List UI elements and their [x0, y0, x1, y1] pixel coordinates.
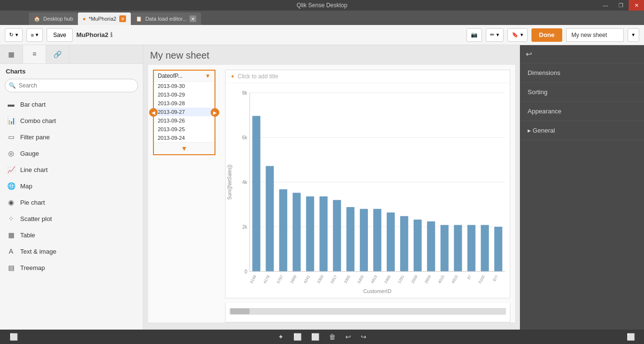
chart-label-line-chart: Line chart — [20, 166, 48, 173]
scrollbar-thumb[interactable] — [230, 308, 250, 314]
svg-rect-47 — [494, 227, 503, 271]
tab-muphoria-close[interactable]: ✕ — [119, 15, 126, 22]
tab-muphoria-label: *MuPhoria2 — [88, 16, 116, 22]
chart-label-table: Table — [20, 232, 35, 239]
chart-list: ▬ Bar chart 📊 Combo chart ▭ Filter pane … — [0, 96, 143, 330]
filter-list-item[interactable]: 2013-09-30 — [154, 82, 215, 90]
filter-next-btn[interactable]: ▶ — [211, 108, 219, 117]
minimize-btn[interactable]: — — [598, 0, 613, 11]
filter-list-item[interactable]: 2013-09-26 — [154, 116, 215, 125]
bottom-tool-3[interactable]: ⬜ — [311, 333, 319, 341]
right-panel-header: ↩ — [520, 45, 644, 63]
menu-dropdown-icon: ▾ — [36, 32, 38, 38]
svg-text:6k: 6k — [242, 135, 248, 140]
sheet-options-btn[interactable]: ▾ — [628, 28, 639, 42]
chart-item-filter-pane[interactable]: ▭ Filter pane — [0, 129, 143, 145]
svg-text:4915: 4915 — [451, 274, 459, 284]
tab-bar: 🏠 Desktop hub ● *MuPhoria2 ✕ 📋 Data load… — [0, 11, 644, 25]
bottom-undo-btn[interactable]: ↩ — [345, 333, 351, 341]
close-btn[interactable]: ✕ — [629, 0, 644, 11]
chart-item-line-chart[interactable]: 📈 Line chart — [0, 161, 143, 178]
refresh-btn[interactable]: ↻ ▾ — [5, 28, 23, 42]
sheet-title: My new sheet — [148, 50, 515, 61]
search-input[interactable] — [5, 79, 138, 92]
svg-rect-19 — [306, 197, 314, 271]
chart-icon-map: 🌐 — [7, 182, 15, 190]
tab-dataload-close[interactable]: ✕ — [189, 15, 196, 22]
chart-icon-bar-chart: ▬ — [7, 100, 15, 109]
svg-text:977: 977 — [492, 274, 499, 283]
chart-icon-text-image: A — [7, 247, 15, 256]
bottom-tool-2[interactable]: ⬜ — [293, 333, 302, 341]
svg-text:3369: 3369 — [316, 274, 325, 284]
bookmark-dropdown-icon: ▾ — [520, 32, 523, 38]
edit-dropdown-icon: ▾ — [496, 32, 499, 38]
chart-item-table[interactable]: ▦ Table — [0, 227, 143, 243]
svg-rect-37 — [427, 221, 435, 271]
filter-list-item[interactable]: 2013-09-25 — [154, 125, 215, 134]
camera-btn[interactable]: 📷 — [467, 28, 482, 42]
chart-scrollbar[interactable] — [225, 303, 510, 322]
panel-tab-list[interactable]: ≡ — [23, 45, 46, 63]
search-box: 🔍 — [5, 79, 138, 92]
chart-item-treemap[interactable]: ▤ Treemap — [0, 259, 143, 276]
info-icon[interactable]: ℹ — [110, 31, 113, 38]
tab-hub[interactable]: 🏠 Desktop hub — [29, 12, 78, 25]
tab-muphoria[interactable]: ● *MuPhoria2 ✕ — [78, 12, 131, 25]
center-content: My new sheet DateofP... ▼ 2013-09-302013… — [143, 45, 520, 330]
chart-label-scatter-plot: Scatter plot — [20, 215, 52, 222]
panel-tab-link[interactable]: 🔗 — [46, 45, 69, 63]
chart-item-pie-chart[interactable]: ◉ Pie chart — [0, 194, 143, 210]
chart-item-text-image[interactable]: A Text & image — [0, 243, 143, 259]
restore-btn[interactable]: ❐ — [613, 0, 629, 11]
bottom-toolbar: ⬜ ✦ ⬜ ⬜ 🗑 ↩ ↪ ⬜ — [0, 330, 644, 344]
filter-list-item[interactable]: 2013-09-27 — [154, 108, 215, 116]
panel-tab-charts[interactable]: ▦ — [0, 45, 23, 63]
sheet-name-display: My new sheet — [566, 28, 624, 42]
svg-rect-17 — [292, 193, 301, 271]
chart-item-map[interactable]: 🌐 Map — [0, 178, 143, 194]
svg-text:4178: 4178 — [263, 274, 271, 284]
right-panel-appearance[interactable]: Appearance — [520, 102, 644, 121]
toolbar-right: 📷 ✏ ▾ 🔖 ▾ Done My new sheet ▾ — [467, 28, 640, 42]
chart-icon-combo-chart: 📊 — [7, 116, 15, 125]
chart-item-combo-chart[interactable]: 📊 Combo chart — [0, 112, 143, 129]
tab-dataload[interactable]: 📋 Data load editor... ✕ — [131, 12, 201, 25]
chart-item-bar-chart[interactable]: ▬ Bar chart — [0, 96, 143, 112]
filter-list-item[interactable]: 2013-09-28 — [154, 99, 215, 108]
chart-item-scatter-plot[interactable]: ⁘ Scatter plot — [0, 210, 143, 227]
bottom-redo-btn[interactable]: ↪ — [361, 333, 366, 341]
done-button[interactable]: Done — [531, 28, 563, 42]
edit-btn[interactable]: ✏ ▾ — [486, 28, 504, 42]
tab-muphoria-icon: ● — [83, 16, 86, 22]
svg-rect-25 — [346, 207, 354, 271]
filter-scroll-down-btn[interactable]: ▼ — [181, 145, 188, 152]
filter-sort-icon[interactable]: ▼ — [205, 73, 211, 79]
bottom-right-btn[interactable]: ⬜ — [625, 331, 636, 343]
filter-list-item[interactable]: 2013-09-24 — [154, 134, 215, 142]
bottom-tool-1[interactable]: ✦ — [278, 333, 284, 341]
app-name-label: MuPhoria2 ℹ — [76, 31, 113, 38]
right-panel-dimensions[interactable]: Dimensions — [520, 63, 644, 83]
chart-label-pie-chart: Pie chart — [20, 199, 45, 206]
svg-rect-39 — [441, 225, 449, 271]
filter-list-item[interactable]: 2013-09-29 — [154, 90, 215, 99]
svg-rect-41 — [454, 225, 462, 271]
bottom-left-btn[interactable]: ⬜ — [8, 331, 19, 343]
right-panel-general[interactable]: ▸ General — [520, 121, 644, 140]
chart-icon-gauge: ◎ — [7, 149, 15, 158]
chart-label-filter-pane: Filter pane — [20, 134, 50, 141]
add-title-icon: ✦ — [230, 74, 235, 80]
scrollbar-track — [229, 308, 506, 315]
filter-prev-btn[interactable]: ◀ — [149, 108, 158, 117]
menu-btn[interactable]: ≡ ▾ — [26, 28, 43, 42]
filter-widget: DateofP... ▼ 2013-09-302013-09-292013-09… — [153, 70, 215, 155]
save-button[interactable]: Save — [47, 28, 72, 42]
bookmark-btn[interactable]: 🔖 ▾ — [507, 28, 528, 42]
tab-dataload-label: Data load editor... — [145, 16, 187, 22]
chart-title-bar[interactable]: ✦ Click to add title — [226, 70, 510, 83]
right-panel-sorting[interactable]: Sorting — [520, 83, 644, 102]
bottom-delete-btn[interactable]: 🗑 — [329, 333, 336, 341]
chart-item-gauge[interactable]: ◎ Gauge — [0, 145, 143, 161]
bar-chart-svg: 8k6k4k2k0Sum([NetSales])4149417857972699… — [226, 86, 510, 295]
